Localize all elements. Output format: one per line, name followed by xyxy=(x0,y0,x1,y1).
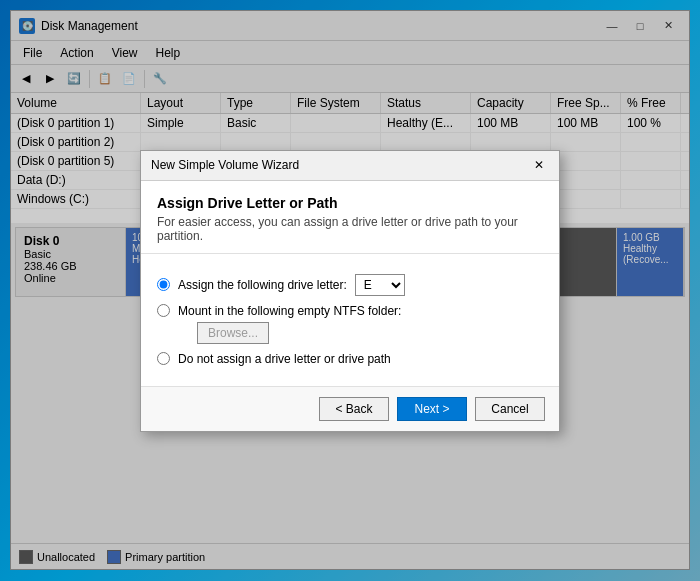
radio-1-label[interactable]: Assign the following drive letter: xyxy=(178,278,347,292)
modal-header-subtitle: For easier access, you can assign a driv… xyxy=(157,215,543,243)
radio-row-2: Mount in the following empty NTFS folder… xyxy=(157,304,543,318)
radio-row-1: Assign the following drive letter: E F G… xyxy=(157,274,543,296)
modal-dialog: New Simple Volume Wizard ✕ Assign Drive … xyxy=(140,150,560,432)
radio-mount-ntfs[interactable] xyxy=(157,304,170,317)
browse-button[interactable]: Browse... xyxy=(197,322,269,344)
radio-no-drive-letter[interactable] xyxy=(157,352,170,365)
radio-2-label[interactable]: Mount in the following empty NTFS folder… xyxy=(178,304,401,318)
radio-assign-letter[interactable] xyxy=(157,278,170,291)
back-button[interactable]: < Back xyxy=(319,397,389,421)
cancel-button[interactable]: Cancel xyxy=(475,397,545,421)
modal-header: Assign Drive Letter or Path For easier a… xyxy=(141,181,559,254)
modal-header-title: Assign Drive Letter or Path xyxy=(157,195,543,211)
radio-row-3: Do not assign a drive letter or drive pa… xyxy=(157,352,543,366)
radio-row-2-group: Mount in the following empty NTFS folder… xyxy=(157,304,543,344)
modal-overlay: New Simple Volume Wizard ✕ Assign Drive … xyxy=(0,0,700,581)
radio-3-label[interactable]: Do not assign a drive letter or drive pa… xyxy=(178,352,391,366)
modal-footer: < Back Next > Cancel xyxy=(141,386,559,431)
modal-title-bar: New Simple Volume Wizard ✕ xyxy=(141,151,559,181)
modal-close-button[interactable]: ✕ xyxy=(529,156,549,174)
drive-letter-select[interactable]: E F G H xyxy=(355,274,405,296)
modal-title: New Simple Volume Wizard xyxy=(151,158,299,172)
modal-body: Assign the following drive letter: E F G… xyxy=(141,254,559,386)
next-button[interactable]: Next > xyxy=(397,397,467,421)
